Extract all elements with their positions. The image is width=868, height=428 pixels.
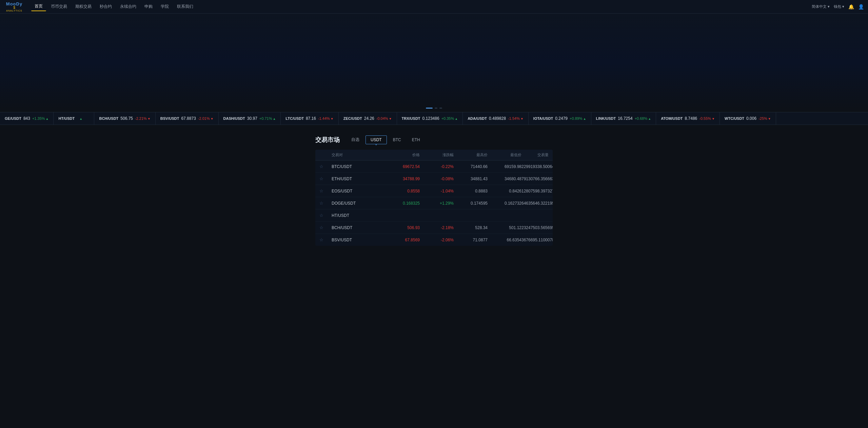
ticker-change: +0.35%: [441, 116, 458, 120]
col-header-low: 最低价: [488, 152, 521, 157]
ticker-pair: HT/USDT: [58, 116, 75, 120]
table-row[interactable]: ☆ HT/USDT: [315, 209, 553, 222]
ticker-price: 30.97: [247, 116, 257, 121]
favorite-star-icon[interactable]: ☆: [319, 188, 332, 193]
ticker-pair: BCH/USDT: [99, 116, 118, 120]
table-row[interactable]: ☆ EOS/USDT 0.8558 -1.04% 0.8883 0.8426 1…: [315, 185, 553, 197]
nav-subscribe[interactable]: 申购: [141, 2, 156, 11]
table-header: 交易对 价格 涨跌幅 最高价 最低价 交易量: [315, 150, 553, 161]
market-header: 交易市场 自选 USDT BTC ETH: [315, 135, 553, 144]
volume-value: 3676695.11000787: [521, 238, 553, 242]
col-header-change: 涨跌幅: [420, 152, 454, 157]
ticker-change: -1.44%: [318, 116, 334, 120]
ticker-item[interactable]: DASH/USDT 30.97 +0.71%: [219, 112, 281, 125]
col-header-pair: 交易对: [332, 152, 379, 157]
market-title: 交易市场: [315, 136, 340, 144]
ticker-item[interactable]: GE/USDT 843 +1.35%: [0, 112, 54, 125]
ticker-change: -2.01%: [198, 116, 214, 120]
carousel-dot-2[interactable]: [435, 108, 437, 109]
ticker-pair: LTC/USDT: [285, 116, 304, 120]
ticker-item[interactable]: LTC/USDT 87.16 -1.44%: [281, 112, 338, 125]
tab-btc[interactable]: BTC: [388, 136, 406, 144]
ticker-pair: DASH/USDT: [223, 116, 245, 120]
high-value: 528.34: [454, 225, 488, 230]
ticker-pair: WTC/USDT: [725, 116, 744, 120]
carousel-dot-active[interactable]: [426, 108, 433, 109]
ticker-item[interactable]: BCH/USDT 506.75 -2.21%: [94, 112, 155, 125]
market-tabs: 自选 USDT BTC ETH: [347, 135, 425, 144]
ticker-pair: ATOM/USDT: [661, 116, 683, 120]
ticker-change: -25%: [758, 116, 771, 120]
market-section: 交易市场 自选 USDT BTC ETH 交易对 价格 涨跌幅 最高价 最低价 …: [0, 125, 868, 256]
logo: MooDy $ ANALYTICS: [4, 2, 24, 12]
nav-contact[interactable]: 联系我们: [174, 2, 197, 11]
ticker-price: 8.7486: [685, 116, 697, 121]
table-row[interactable]: ☆ BCH/USDT 506.93 -2.18% 528.34 501.12 2…: [315, 222, 553, 234]
ticker-item[interactable]: ZEC/USDT 24.26 -0.04%: [339, 112, 397, 125]
nav-perpetual[interactable]: 永续合约: [117, 2, 140, 11]
volume-value: 12807598.3973275: [521, 189, 553, 193]
ticker-strip: GE/USDT 843 +1.35% HT/USDT BCH/USDT 506.…: [0, 112, 868, 125]
ticker-item[interactable]: IOTA/USDT 0.2479 +0.89%: [529, 112, 591, 125]
notification-bell-icon[interactable]: 🔔: [848, 4, 854, 10]
favorite-star-icon[interactable]: ☆: [319, 213, 332, 218]
favorite-star-icon[interactable]: ☆: [319, 225, 332, 230]
table-row[interactable]: ☆ BTC/USDT 69672.54 -0.22% 71440.66 6915…: [315, 161, 553, 173]
low-value: 34680.48: [488, 176, 521, 181]
ticker-item[interactable]: HT/USDT: [54, 112, 94, 125]
nav-options[interactable]: 期权交易: [72, 2, 95, 11]
wallet-button[interactable]: 钱包 ▾: [834, 4, 844, 9]
main-nav: 首页 币币交易 期权交易 秒合约 永续合约 申购 学院 联系我们: [31, 2, 812, 11]
ticker-item[interactable]: BSV/USDT 67.8873 -2.01%: [156, 112, 219, 125]
tab-favorites[interactable]: 自选: [347, 135, 364, 144]
ticker-price: 843: [23, 116, 30, 121]
ticker-price: 87.16: [306, 116, 316, 121]
nav-home[interactable]: 首页: [31, 2, 46, 11]
logo-dollar: $: [13, 6, 15, 10]
ticker-price: 16.7254: [618, 116, 632, 121]
ticker-change: -1.54%: [508, 116, 524, 120]
favorite-star-icon[interactable]: ☆: [319, 176, 332, 181]
high-value: 0.174595: [454, 201, 488, 206]
tab-usdt[interactable]: USDT: [366, 135, 387, 144]
price-value: 34788.99: [379, 176, 420, 181]
ticker-item[interactable]: WTC/USDT 0.006 -25%: [720, 112, 776, 125]
nav-academy[interactable]: 学院: [157, 2, 172, 11]
language-selector[interactable]: 简体中文 ▾: [812, 4, 830, 9]
price-value: 0.168325: [379, 201, 420, 206]
table-row[interactable]: ☆ BSV/USDT 67.8569 -2.06% 71.0877 66.635…: [315, 234, 553, 246]
hero-banner: [0, 14, 868, 112]
ticker-inner: GE/USDT 843 +1.35% HT/USDT BCH/USDT 506.…: [0, 112, 776, 125]
pair-name: BTC/USDT: [332, 164, 379, 169]
col-header-high: 最高价: [454, 152, 488, 157]
high-value: 71440.66: [454, 164, 488, 169]
user-avatar-icon[interactable]: 👤: [858, 4, 864, 10]
nav-spot[interactable]: 币币交易: [47, 2, 71, 11]
col-header-vol: 交易量: [521, 152, 549, 157]
ticker-item[interactable]: ATOM/USDT 8.7486 -0.55%: [656, 112, 720, 125]
carousel-dot-3[interactable]: [439, 108, 442, 109]
ticker-price: 0.2479: [555, 116, 568, 121]
lang-label: 简体中文: [812, 4, 827, 9]
pair-name: HT/USDT: [332, 213, 379, 218]
low-value: 69159.98: [488, 164, 521, 169]
ticker-pair: GE/USDT: [5, 116, 21, 120]
favorite-star-icon[interactable]: ☆: [319, 164, 332, 169]
pair-name: EOS/USDT: [332, 189, 379, 193]
ticker-item[interactable]: ADA/USDT 0.489828 -1.54%: [463, 112, 529, 125]
ticker-item[interactable]: LINK/USDT 16.7254 +0.68%: [591, 112, 656, 125]
nav-seconds[interactable]: 秒合约: [96, 2, 115, 11]
ticker-item[interactable]: TRX/USDT 0.123486 +0.35%: [397, 112, 463, 125]
favorite-star-icon[interactable]: ☆: [319, 201, 332, 206]
favorite-star-icon[interactable]: ☆: [319, 237, 332, 242]
price-value: 0.8558: [379, 189, 420, 193]
table-row[interactable]: ☆ DOGE/USDT 0.168325 +1.29% 0.174595 0.1…: [315, 197, 553, 209]
low-value: 0.162732: [488, 201, 521, 206]
ticker-price: 0.489828: [489, 116, 506, 121]
ticker-pair: TRX/USDT: [402, 116, 420, 120]
ticker-change: -0.55%: [699, 116, 715, 120]
volume-value: 79130766.35666327: [521, 176, 553, 181]
table-row[interactable]: ☆ ETH/USDT 34788.99 -0.08% 34881.43 3468…: [315, 173, 553, 185]
pair-name: BCH/USDT: [332, 225, 379, 230]
tab-eth[interactable]: ETH: [407, 136, 425, 144]
